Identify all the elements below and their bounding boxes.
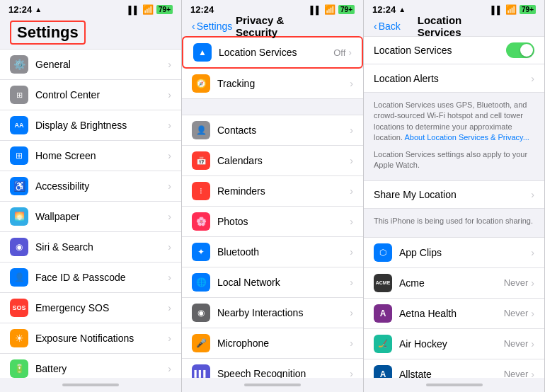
acme-label: Acme (399, 277, 504, 289)
privacy-item-speech[interactable]: ▌▌▌ Speech Recognition › (182, 359, 363, 378)
sos-icon: SOS (10, 299, 28, 317)
appclips-icon: ⬡ (374, 243, 392, 262)
location-services-toggle-item[interactable]: Location Services (364, 36, 544, 64)
allstate-icon: A (374, 365, 392, 378)
battery-icon-1: 79+ (156, 5, 173, 14)
app-item-aetna[interactable]: A Aetna Health Never › (364, 299, 544, 329)
location-dot-1: ▲ (35, 6, 42, 13)
home-screen-label: Home Screen (35, 150, 168, 161)
settings-list-1[interactable]: ⚙️ General › ⊞ Control Center › AA Displ… (0, 49, 181, 378)
privacy-item-reminders[interactable]: ⁝ Reminders › (182, 176, 363, 207)
signal-icon-2: ▌▌ (310, 6, 321, 14)
speech-icon: ▌▌▌ (192, 364, 210, 378)
section-share: Share My Location › (364, 180, 544, 209)
section-app-items: ⬡ App Clips › ACME Acme Never › A Aetna … (364, 237, 544, 378)
bottom-bar-1 (0, 378, 181, 392)
display-label: Display & Brightness (35, 120, 168, 131)
back-label-3: Back (379, 21, 401, 32)
app-item-acme[interactable]: ACME Acme Never › (364, 268, 544, 299)
display-icon: AA (10, 116, 28, 134)
privacy-item-microphone[interactable]: 🎤 Microphone › (182, 328, 363, 359)
privacy-item-localnetwork[interactable]: 🌐 Local Network › (182, 267, 363, 298)
section-general: ⚙️ General › ⊞ Control Center › AA Displ… (0, 49, 181, 378)
sidebar-item-exposure[interactable]: ☀ Exposure Notifications › (0, 323, 181, 354)
privacy-list[interactable]: ▲ Location Services Off › 🧭 Tracking › 👤… (182, 36, 363, 378)
app-item-appclips[interactable]: ⬡ App Clips › (364, 237, 544, 268)
wifi-icon-2: 📶 (324, 4, 335, 15)
contacts-label: Contacts (217, 125, 350, 136)
location-list[interactable]: Location Services Location Alerts › Loca… (364, 36, 544, 378)
sidebar-item-control-center[interactable]: ⊞ Control Center › (0, 80, 181, 110)
sidebar-item-battery[interactable]: 🔋 Battery › (0, 354, 181, 378)
app-item-airhockey[interactable]: 🏒 Air Hockey Never › (364, 329, 544, 359)
back-chevron-3: ‹ (374, 21, 377, 32)
allstate-value: Never (504, 369, 529, 378)
privacy-item-tracking[interactable]: 🧭 Tracking › (182, 69, 363, 99)
sidebar-item-sos[interactable]: SOS Emergency SOS › (0, 293, 181, 323)
share-location-item[interactable]: Share My Location › (364, 180, 544, 209)
control-center-label: Control Center (35, 89, 168, 100)
location-desc-2: Location Services settings also apply to… (364, 148, 544, 175)
signal-icon-1: ▌▌ (128, 6, 139, 14)
speech-label: Speech Recognition (217, 368, 350, 378)
time-3: 12:24 ▲ (372, 4, 406, 15)
bluetooth-label: Bluetooth (217, 246, 350, 258)
section-gap-l2 (364, 231, 544, 237)
battery-icon-3: 79+ (520, 5, 536, 14)
time-1: 12:24 ▲ (8, 4, 42, 15)
microphone-icon: 🎤 (192, 334, 210, 352)
location-services-panel: ↓ 12:24 ▲ ▌▌ 📶 79+ ‹ Back Location Servi… (364, 0, 545, 392)
status-icons-1: ▌▌ 📶 79+ (128, 4, 173, 15)
allstate-label: Allstate (399, 369, 504, 378)
privacy-item-calendars[interactable]: 📅 Calendars › (182, 146, 363, 176)
back-button-3[interactable]: ‹ Back (374, 21, 401, 32)
loc-services-label: Location Services (374, 45, 506, 56)
reminders-icon: ⁝ (192, 182, 210, 200)
location-dot-3: ▲ (398, 6, 406, 13)
location-alerts-item[interactable]: Location Alerts › (364, 64, 544, 93)
home-indicator-2 (244, 384, 301, 386)
section-loc-main: Location Services Location Alerts › (364, 36, 544, 93)
sidebar-item-home-screen[interactable]: ⊞ Home Screen › (0, 141, 181, 171)
contacts-icon: 👤 (192, 121, 210, 139)
general-icon: ⚙️ (10, 55, 28, 74)
home-screen-icon: ⊞ (10, 146, 28, 165)
privacy-item-photos[interactable]: 🌸 Photos › (182, 207, 363, 237)
location-label-2: Location Services (219, 47, 333, 58)
appclips-label: App Clips (399, 247, 531, 258)
localnetwork-label: Local Network (217, 277, 350, 288)
faceid-label: Face ID & Passcode (35, 272, 168, 283)
bottom-bar-3 (364, 378, 544, 392)
sidebar-item-display[interactable]: AA Display & Brightness › (0, 110, 181, 141)
page-title-2: Privacy & Security (236, 14, 321, 38)
general-label: General (35, 59, 168, 70)
sidebar-item-accessibility[interactable]: ♿ Accessibility › (0, 171, 181, 202)
exposure-icon: ☀ (10, 329, 28, 347)
section-data-access: 👤 Contacts › 📅 Calendars › ⁝ Reminders ›… (182, 115, 363, 378)
share-desc: This iPhone is being used for location s… (364, 212, 544, 231)
privacy-item-bluetooth[interactable]: ✦ Bluetooth › (182, 237, 363, 267)
photos-icon: 🌸 (192, 212, 210, 231)
privacy-item-nearby[interactable]: ◉ Nearby Interactions › (182, 298, 363, 328)
privacy-item-location[interactable]: ▲ Location Services Off › (182, 36, 363, 69)
wifi-icon-1: 📶 (142, 4, 154, 15)
accessibility-label: Accessibility (35, 180, 168, 192)
section-gap-l1 (364, 175, 544, 180)
sidebar-item-wallpaper[interactable]: 🌅 Wallpaper › (0, 202, 181, 232)
battery-icon-2: 79+ (338, 5, 355, 14)
sidebar-item-general[interactable]: ⚙️ General › (0, 49, 181, 80)
back-button-2[interactable]: ‹ Settings (192, 21, 232, 32)
sidebar-item-siri[interactable]: ◉ Siri & Search › (0, 232, 181, 263)
nav-header-3: ‹ Back Location Services (364, 18, 544, 36)
siri-icon: ◉ (10, 238, 28, 256)
reminders-label: Reminders (217, 185, 350, 197)
location-link[interactable]: About Location Services & Privacy... (404, 133, 529, 142)
section-gap-p1 (182, 102, 363, 115)
acme-value: Never (504, 277, 529, 288)
location-services-toggle[interactable] (506, 42, 534, 58)
aetna-label: Aetna Health (399, 308, 504, 319)
sidebar-item-faceid[interactable]: 👤 Face ID & Passcode › (0, 263, 181, 293)
time-2: 12:24 (190, 4, 214, 15)
privacy-item-contacts[interactable]: 👤 Contacts › (182, 115, 363, 146)
app-item-allstate[interactable]: A Allstate Never › (364, 359, 544, 378)
